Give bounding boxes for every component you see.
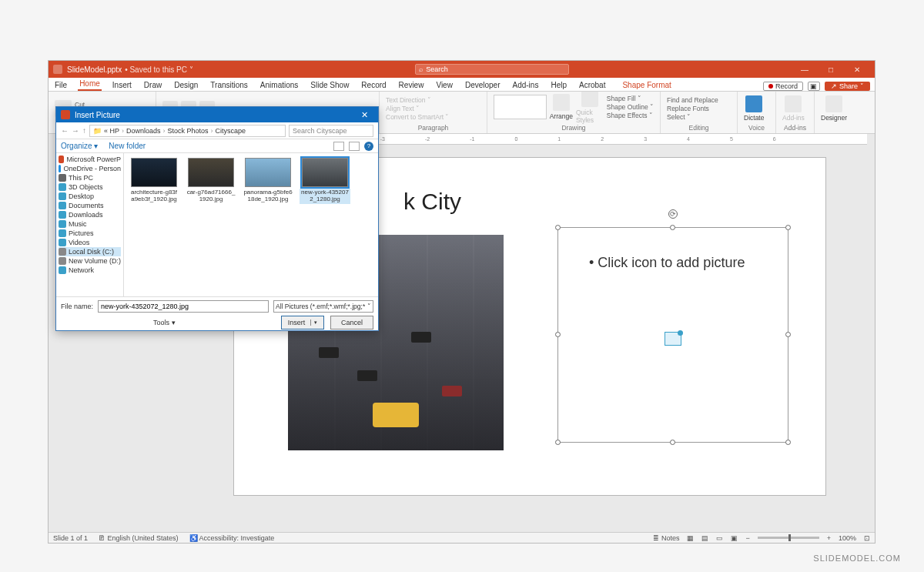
tab-help[interactable]: Help <box>549 79 568 91</box>
select-button[interactable]: Select ˅ <box>667 113 718 121</box>
slide-counter[interactable]: Slide 1 of 1 <box>53 534 88 542</box>
tab-shape-format[interactable]: Shape Format <box>621 79 672 91</box>
new-folder-button[interactable]: New folder <box>109 142 146 150</box>
preview-pane-button[interactable] <box>349 142 360 151</box>
resize-handle[interactable] <box>785 440 791 445</box>
resize-handle[interactable] <box>670 440 675 445</box>
tab-addins[interactable]: Add-ins <box>511 79 541 91</box>
resize-handle[interactable] <box>670 225 675 230</box>
tree-item[interactable]: Local Disk (C:) <box>59 247 121 256</box>
zoom-slider[interactable] <box>758 537 819 539</box>
view-sorter-icon[interactable]: ▤ <box>701 534 708 542</box>
help-icon[interactable]: ? <box>364 142 373 151</box>
tab-draw[interactable]: Draw <box>142 79 163 91</box>
tab-home[interactable]: Home <box>78 78 102 91</box>
shape-outline-button[interactable]: Shape Outline ˅ <box>607 103 654 111</box>
file-thumbnail[interactable]: panorama-g5bfe618de_1920.jpg <box>243 158 293 204</box>
tree-item[interactable]: OneDrive - Person <box>59 164 121 173</box>
zoom-level[interactable]: 100% <box>839 534 856 542</box>
tab-record[interactable]: Record <box>360 79 387 91</box>
shape-effects-button[interactable]: Shape Effects ˅ <box>607 112 654 119</box>
view-slideshow-icon[interactable]: ▣ <box>731 534 738 542</box>
zoom-in-button[interactable]: + <box>827 534 831 542</box>
tools-button[interactable]: Tools ▾ <box>153 319 176 326</box>
record-button[interactable]: Record <box>763 82 803 91</box>
notes-button[interactable]: ≣ Notes <box>653 534 679 542</box>
rotate-handle[interactable]: ⟳ <box>668 209 678 219</box>
tree-item[interactable]: New Volume (D:) <box>59 256 121 266</box>
cancel-button[interactable]: Cancel <box>330 316 373 329</box>
tab-view[interactable]: View <box>434 79 454 91</box>
dialog-close-button[interactable]: ✕ <box>355 110 373 120</box>
tree-item[interactable]: Music <box>59 219 121 229</box>
arrange-button[interactable]: Arrange <box>550 94 573 120</box>
tab-transitions[interactable]: Transitions <box>209 79 249 91</box>
tree-item[interactable]: Desktop <box>59 192 121 201</box>
tab-design[interactable]: Design <box>172 79 199 91</box>
shape-fill-button[interactable]: Shape Fill ˅ <box>607 95 654 102</box>
dialog-search-input[interactable]: Search Cityscape <box>289 125 373 137</box>
picture-icon[interactable] <box>665 332 681 346</box>
tab-slideshow[interactable]: Slide Show <box>309 79 350 91</box>
view-options-button[interactable] <box>333 142 344 151</box>
tree-item[interactable]: Videos <box>59 238 121 247</box>
dialog-titlebar[interactable]: Insert Picture ✕ <box>56 107 378 122</box>
convert-smartart-button: Convert to SmartArt ˅ <box>386 113 449 121</box>
search-input[interactable]: ⌕ Search <box>415 64 569 75</box>
addins-button[interactable]: Add-ins <box>782 95 805 122</box>
tree-item[interactable]: 3D Objects <box>59 182 121 192</box>
slide-title[interactable]: k City <box>403 189 461 215</box>
picture-placeholder[interactable]: ⟳ • Click icon to add picture <box>557 227 788 443</box>
find-replace-button[interactable]: Find and Replace <box>667 96 718 104</box>
zoom-out-button[interactable]: − <box>745 534 749 542</box>
file-thumbnail[interactable]: architecture-g83fa9eb3f_1920.jpg <box>129 158 179 204</box>
filename-input[interactable] <box>98 300 269 313</box>
resize-handle[interactable] <box>555 332 561 337</box>
resize-handle[interactable] <box>785 225 791 230</box>
file-thumbnail[interactable]: new-york-4352072_1280.jpg <box>300 158 350 204</box>
dialog-toolbar: Organize ▾ New folder ? <box>56 139 378 153</box>
search-placeholder: Search <box>426 65 448 73</box>
insert-button[interactable]: Insert▾ <box>281 316 324 329</box>
close-button[interactable]: ✕ <box>844 65 870 74</box>
folder-tree[interactable]: Microsoft PowerPOneDrive - PersonThis PC… <box>56 153 124 296</box>
replace-fonts-button[interactable]: Replace Fonts <box>667 105 718 112</box>
tab-acrobat[interactable]: Acrobat <box>578 79 607 91</box>
tree-item[interactable]: Network <box>59 266 121 275</box>
maximize-button[interactable]: □ <box>818 65 844 74</box>
fit-button[interactable]: ⊡ <box>864 534 870 542</box>
share-button[interactable]: ↗Share ˅ <box>825 82 870 91</box>
resize-handle[interactable] <box>785 332 791 337</box>
present-button[interactable]: ▣ <box>808 82 820 91</box>
file-thumbnail[interactable]: car-g76ad71666_1920.jpg <box>186 158 236 204</box>
nav-back-button[interactable]: ← <box>61 126 69 135</box>
view-normal-icon[interactable]: ▦ <box>687 534 694 542</box>
save-status[interactable]: • Saved to this PC ˅ <box>125 65 193 74</box>
tree-item[interactable]: Documents <box>59 201 121 210</box>
filetype-select[interactable]: All Pictures (*.emf;*.wmf;*.jpg;*˅ <box>273 300 373 313</box>
tree-item[interactable]: Downloads <box>59 210 121 219</box>
minimize-button[interactable]: — <box>792 65 818 74</box>
tab-insert[interactable]: Insert <box>111 79 133 91</box>
breadcrumb[interactable]: 📁 « HP› Downloads› Stock Photos› Citysca… <box>89 125 286 137</box>
view-reading-icon[interactable]: ▭ <box>716 534 723 542</box>
accessibility-status[interactable]: ♿ Accessibility: Investigate <box>189 534 275 542</box>
insert-dropdown[interactable]: ▾ <box>310 319 317 326</box>
nav-up-button[interactable]: ↑ <box>82 126 86 135</box>
organize-button[interactable]: Organize ▾ <box>61 142 98 150</box>
tab-developer[interactable]: Developer <box>464 79 502 91</box>
designer-button[interactable]: Designer <box>821 95 847 122</box>
file-list[interactable]: architecture-g83fa9eb3f_1920.jpgcar-g76a… <box>124 153 378 296</box>
language-status[interactable]: 🖹 English (United States) <box>99 534 179 542</box>
tree-item[interactable]: Microsoft PowerP <box>59 155 121 164</box>
tab-file[interactable]: File <box>53 79 69 91</box>
nav-forward-button[interactable]: → <box>72 126 79 135</box>
shapes-gallery[interactable] <box>494 95 547 119</box>
tab-review[interactable]: Review <box>397 79 426 91</box>
tree-item[interactable]: This PC <box>59 173 121 182</box>
dictate-button[interactable]: Dictate <box>744 95 764 122</box>
tab-animations[interactable]: Animations <box>259 79 300 91</box>
resize-handle[interactable] <box>555 440 561 445</box>
resize-handle[interactable] <box>555 225 561 230</box>
tree-item[interactable]: Pictures <box>59 229 121 238</box>
